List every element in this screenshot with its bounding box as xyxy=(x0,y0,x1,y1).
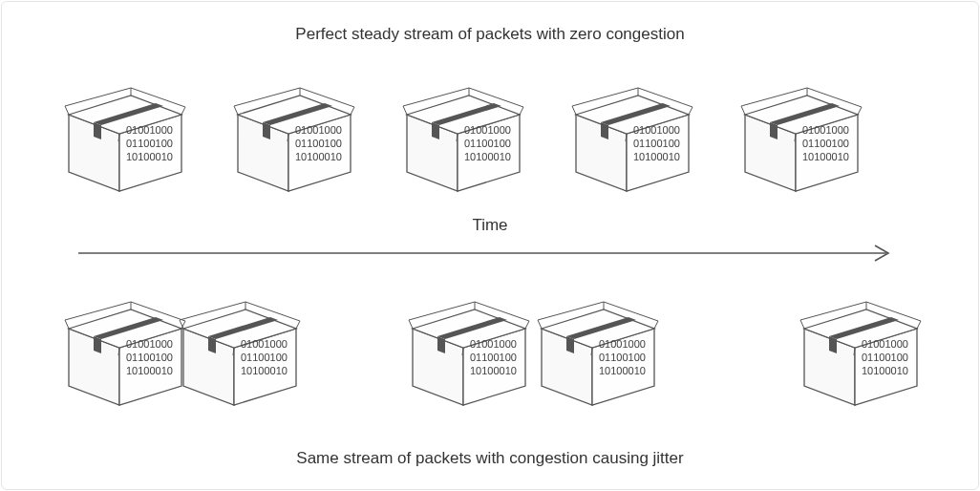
svg-marker-71 xyxy=(208,336,216,353)
caption-bottom: Same stream of packets with congestion c… xyxy=(2,449,978,468)
svg-line-7 xyxy=(181,107,185,115)
packet-binary-text: 01001000 01100100 10100010 xyxy=(802,123,849,163)
caption-top: Perfect steady stream of packets with ze… xyxy=(2,25,978,44)
svg-line-18 xyxy=(351,107,354,115)
svg-line-72 xyxy=(180,320,183,329)
packet-binary-text: 01001000 01100100 10100010 xyxy=(126,337,173,377)
svg-line-49 xyxy=(741,106,745,115)
packet-box-icon: 01001000 01100100 10100010 xyxy=(403,290,537,415)
svg-line-74 xyxy=(296,321,300,329)
packet-box-icon: 01001000 01100100 10100010 xyxy=(735,76,869,201)
svg-line-51 xyxy=(858,107,862,115)
svg-line-40 xyxy=(689,107,692,115)
packet-box-icon: 01001000 01100100 10100010 xyxy=(795,290,928,415)
packet-binary-text: 01001000 01100100 10100010 xyxy=(599,337,646,377)
svg-line-61 xyxy=(65,320,69,329)
svg-marker-4 xyxy=(94,122,101,139)
svg-marker-37 xyxy=(601,122,608,139)
svg-line-5 xyxy=(65,106,69,115)
packet-binary-text: 01001000 01100100 10100010 xyxy=(470,337,517,377)
packet-box-icon: 01001000 01100100 10100010 xyxy=(228,76,362,201)
svg-line-107 xyxy=(917,321,921,329)
packet-binary-text: 01001000 01100100 10100010 xyxy=(241,337,288,377)
svg-marker-104 xyxy=(829,336,837,353)
svg-marker-82 xyxy=(437,336,445,353)
packet-box-icon: 01001000 01100100 10100010 xyxy=(174,290,308,415)
svg-marker-48 xyxy=(770,122,778,139)
packet-box-icon: 01001000 01100100 10100010 xyxy=(59,290,193,415)
packet-binary-text: 01001000 01100100 10100010 xyxy=(126,123,173,163)
packet-box-icon: 01001000 01100100 10100010 xyxy=(397,76,531,201)
axis-label-time: Time xyxy=(2,216,978,235)
packet-binary-text: 01001000 01100100 10100010 xyxy=(633,123,680,163)
packet-box-icon: 01001000 01100100 10100010 xyxy=(566,76,700,201)
row-steady: 01001000 01100100 10100010 01001000 0110… xyxy=(2,76,980,201)
svg-line-16 xyxy=(234,106,238,115)
svg-line-105 xyxy=(800,320,804,329)
packet-box-icon: 01001000 01100100 10100010 xyxy=(532,290,666,415)
time-arrow-icon xyxy=(78,243,900,264)
svg-line-27 xyxy=(403,106,407,115)
svg-line-29 xyxy=(520,107,523,115)
packet-binary-text: 01001000 01100100 10100010 xyxy=(862,337,908,377)
packet-binary-text: 01001000 01100100 10100010 xyxy=(464,123,511,163)
svg-marker-26 xyxy=(432,122,439,139)
packet-box-icon: 01001000 01100100 10100010 xyxy=(59,76,193,201)
svg-line-96 xyxy=(654,321,658,329)
svg-marker-60 xyxy=(94,336,101,353)
svg-line-94 xyxy=(538,320,542,329)
svg-line-83 xyxy=(409,320,413,329)
svg-line-38 xyxy=(572,106,576,115)
diagram-frame: Perfect steady stream of packets with ze… xyxy=(1,1,979,490)
svg-marker-93 xyxy=(566,336,574,353)
row-jitter: 01001000 01100100 10100010 01001000 0110… xyxy=(2,290,980,415)
svg-marker-15 xyxy=(263,122,270,139)
svg-line-85 xyxy=(525,321,529,329)
packet-binary-text: 01001000 01100100 10100010 xyxy=(295,123,342,163)
